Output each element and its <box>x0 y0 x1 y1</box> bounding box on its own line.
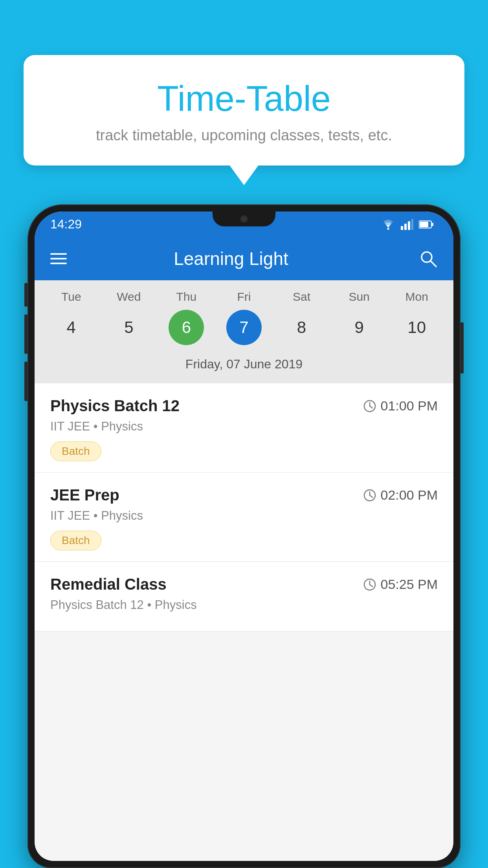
signal-icon <box>401 219 413 230</box>
calendar-day-thu[interactable]: Thu6 <box>161 290 212 345</box>
svg-line-15 <box>370 495 372 497</box>
menu-button[interactable] <box>50 253 67 264</box>
clock-icon <box>363 578 376 591</box>
schedule-item-subtitle: IIT JEE • Physics <box>50 419 438 434</box>
phone-frame: 14:29 <box>28 204 460 868</box>
timetable-subtitle: track timetable, upcoming classes, tests… <box>39 127 449 144</box>
day-name: Sun <box>349 290 369 303</box>
calendar-day-wed[interactable]: Wed5 <box>103 290 154 345</box>
svg-line-9 <box>431 261 436 267</box>
phone-notch <box>213 211 275 226</box>
batch-badge: Batch <box>50 531 101 550</box>
search-icon[interactable] <box>419 249 438 268</box>
schedule-item-subtitle: IIT JEE • Physics <box>50 509 438 523</box>
schedule-item-header: Physics Batch 1201:00 PM <box>50 397 438 415</box>
svg-rect-7 <box>420 222 428 227</box>
day-number: 7 <box>226 310 262 345</box>
time-text: 02:00 PM <box>380 487 438 503</box>
day-name: Tue <box>61 290 81 303</box>
front-camera <box>240 215 248 223</box>
timetable-heading: Time-Table <box>39 79 449 119</box>
app-bar: Learning Light <box>35 237 453 280</box>
clock-icon <box>363 489 376 502</box>
schedule-item-title: Physics Batch 12 <box>50 397 180 415</box>
volume-down-button <box>24 314 28 354</box>
day-number: 9 <box>341 310 377 345</box>
schedule-item-header: Remedial Class05:25 PM <box>50 576 438 593</box>
svg-rect-2 <box>404 224 407 230</box>
schedule-item-0[interactable]: Physics Batch 1201:00 PMIIT JEE • Physic… <box>35 383 453 473</box>
schedule-item-time: 05:25 PM <box>363 577 438 592</box>
schedule-item-subtitle: Physics Batch 12 • Physics <box>50 598 438 612</box>
day-number: 5 <box>111 310 147 345</box>
silent-button <box>24 362 28 401</box>
calendar-day-sat[interactable]: Sat8 <box>276 290 327 345</box>
day-name: Wed <box>117 290 141 303</box>
day-name: Thu <box>176 290 197 303</box>
status-icons <box>381 219 434 230</box>
schedule-item-1[interactable]: JEE Prep02:00 PMIIT JEE • PhysicsBatch <box>35 473 453 562</box>
selected-date-label: Friday, 07 June 2019 <box>35 351 453 379</box>
day-name: Fri <box>237 290 251 303</box>
calendar-strip: Tue4Wed5Thu6Fri7Sat8Sun9Mon10 Friday, 07… <box>35 280 453 383</box>
time-text: 01:00 PM <box>380 398 438 414</box>
power-button <box>460 322 464 373</box>
day-number: 10 <box>399 310 435 345</box>
schedule-item-title: JEE Prep <box>50 486 119 504</box>
schedule-item-time: 01:00 PM <box>363 398 438 414</box>
day-number: 6 <box>169 310 204 345</box>
time-text: 05:25 PM <box>380 577 438 592</box>
svg-line-18 <box>370 585 372 587</box>
batch-badge: Batch <box>50 441 101 461</box>
schedule-item-time: 02:00 PM <box>363 487 438 503</box>
speech-bubble-section: Time-Table track timetable, upcoming cla… <box>24 55 464 166</box>
day-name: Sat <box>293 290 310 303</box>
battery-icon <box>419 220 434 229</box>
day-name: Mon <box>405 290 428 303</box>
day-number: 4 <box>53 310 89 345</box>
svg-rect-4 <box>411 219 413 230</box>
calendar-day-sun[interactable]: Sun9 <box>334 290 385 345</box>
status-time: 14:29 <box>50 217 82 232</box>
svg-line-12 <box>370 406 372 408</box>
clock-icon <box>363 399 376 413</box>
schedule-item-title: Remedial Class <box>50 576 167 593</box>
app-title: Learning Light <box>79 248 383 269</box>
svg-rect-3 <box>408 221 410 230</box>
speech-bubble-card: Time-Table track timetable, upcoming cla… <box>24 55 464 166</box>
volume-up-button <box>24 283 28 307</box>
calendar-day-fri[interactable]: Fri7 <box>218 290 270 345</box>
wifi-icon <box>381 219 395 230</box>
svg-point-0 <box>387 228 389 230</box>
svg-rect-6 <box>432 223 433 226</box>
phone-screen: 14:29 <box>35 211 453 861</box>
svg-rect-1 <box>401 226 403 230</box>
schedule-list: Physics Batch 1201:00 PMIIT JEE • Physic… <box>35 383 453 631</box>
day-number: 8 <box>284 310 319 345</box>
schedule-item-header: JEE Prep02:00 PM <box>50 486 438 504</box>
calendar-day-tue[interactable]: Tue4 <box>46 290 97 345</box>
calendar-day-mon[interactable]: Mon10 <box>391 290 442 345</box>
calendar-days-row: Tue4Wed5Thu6Fri7Sat8Sun9Mon10 <box>35 290 453 345</box>
schedule-item-2[interactable]: Remedial Class05:25 PMPhysics Batch 12 •… <box>35 562 453 631</box>
phone-outer: 14:29 <box>28 204 460 868</box>
